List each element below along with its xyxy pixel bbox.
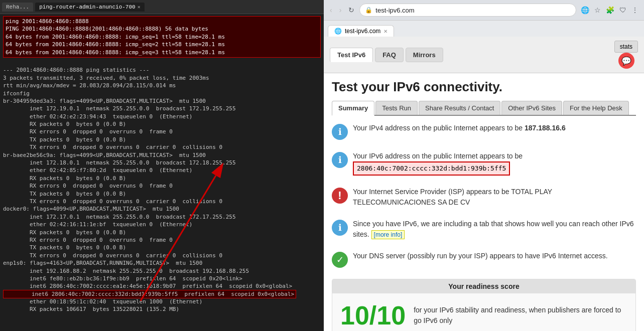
- terminal-tab-1[interactable]: Reha...: [2, 3, 33, 12]
- bookmark-icon[interactable]: ☆: [593, 5, 602, 16]
- result-isp: ! Your Internet Service Provider (ISP) a…: [332, 187, 636, 212]
- nav-mirrors[interactable]: Mirrors: [406, 48, 443, 62]
- tab-share-results[interactable]: Share Results / Contact: [419, 101, 500, 115]
- chat-icon[interactable]: 💬: [618, 53, 634, 69]
- browser-tab-label: test-ipv6.com: [345, 28, 380, 35]
- terminal-content[interactable]: ping 2001:4860:4860::8888 PING 2001:4860…: [0, 14, 324, 331]
- score-value: 10/10: [340, 300, 406, 330]
- content-tabs: Summary Tests Run Share Results / Contac…: [332, 101, 636, 116]
- page-title: Test your IPv6 connectivity.: [332, 79, 636, 95]
- tab-tests-run[interactable]: Tests Run: [375, 101, 418, 115]
- lock-icon: 🔒: [365, 7, 372, 14]
- address-bar[interactable]: 🔒 test-ipv6.com: [359, 4, 576, 17]
- success-icon: ✓: [332, 252, 348, 268]
- extensions-icon[interactable]: 🧩: [604, 5, 616, 16]
- result-ipv4: ℹ Your IPv4 address on the public Intern…: [332, 123, 636, 144]
- inet6-highlighted-line: inet6 2806:40c:7002:cccc:332d:bdd1:939b:…: [3, 290, 296, 298]
- shield-icon[interactable]: 🛡: [618, 5, 628, 16]
- forward-button[interactable]: ›: [337, 5, 344, 15]
- readiness-section: Your readiness score 10/10 for your IPv6…: [332, 279, 636, 332]
- browser-panel: ‹ › ↻ 🔒 test-ipv6.com 🌐 ☆ 🧩 🛡 ⋮ 🌐 test-i…: [324, 0, 644, 331]
- refresh-button[interactable]: ↻: [346, 5, 356, 15]
- readiness-header: Your readiness score: [332, 279, 635, 293]
- close-icon[interactable]: ✕: [138, 4, 141, 10]
- info-icon-1: ℹ: [332, 124, 348, 140]
- menu-icon[interactable]: ⋮: [630, 5, 640, 16]
- result-ipv6: ℹ Your IPv6 address on the public Intern…: [332, 151, 636, 180]
- terminal-ping-line: ping 2001:4860:4860::8888 PING 2001:4860…: [3, 16, 321, 58]
- more-info-link[interactable]: [more info]: [371, 230, 405, 239]
- stats-button[interactable]: stats: [614, 41, 638, 53]
- tab-close-icon[interactable]: ✕: [383, 29, 388, 34]
- page-main: Test your IPv6 connectivity. Summary Tes…: [324, 73, 644, 331]
- site-nav: Test IPv6 FAQ Mirrors stats 💬: [324, 37, 644, 73]
- browser-toolbar-icons: 🌐 ☆ 🧩 🛡 ⋮: [579, 5, 640, 16]
- ipv6-address-highlight: 2806:40c:7002:cccc:332d:bdd1:939b:5ff5: [353, 161, 510, 176]
- info-icon-2: ℹ: [332, 152, 348, 168]
- result-dns: ✓ Your DNS server (possibly run by your …: [332, 251, 636, 272]
- terminal-tab-1-label: Reha...: [6, 4, 29, 10]
- tab-help-desk[interactable]: For the Help Desk: [563, 101, 629, 115]
- terminal-tabs: Reha... ping-router-admin-anuncio-700 ✕: [0, 0, 324, 14]
- browser-tabs-bar: 🌐 test-ipv6.com ✕: [324, 21, 644, 37]
- terminal-tab-2-label: ping-router-admin-anuncio-700: [39, 4, 135, 10]
- result-ipv4-text: Your IPv4 address on the public Internet…: [353, 123, 566, 133]
- terminal-tab-2[interactable]: ping-router-admin-anuncio-700 ✕: [35, 3, 144, 12]
- back-button[interactable]: ‹: [328, 5, 334, 15]
- browser-nav: ‹ › ↻ 🔒 test-ipv6.com 🌐 ☆ 🧩 🛡 ⋮: [328, 2, 640, 18]
- readiness-body: 10/10 for your IPv6 stability and readin…: [332, 293, 635, 332]
- translate-icon[interactable]: 🌐: [579, 5, 591, 16]
- result-isp-text: Your Internet Service Provider (ISP) app…: [353, 187, 636, 208]
- nav-faq[interactable]: FAQ: [375, 48, 404, 62]
- favicon-icon: 🌐: [334, 28, 342, 35]
- nav-test-ipv6[interactable]: Test IPv6: [330, 48, 373, 62]
- url-text: test-ipv6.com: [375, 7, 414, 14]
- result-ipv6-tab: ℹ Since you have IPv6, we are including …: [332, 219, 636, 244]
- site-nav-right: stats 💬: [614, 41, 638, 69]
- terminal-panel: Reha... ping-router-admin-anuncio-700 ✕ …: [0, 0, 324, 331]
- info-icon-3: ℹ: [332, 220, 348, 236]
- score-desc: for your IPv6 stability and readiness, w…: [414, 305, 627, 326]
- result-ipv6-text: Your IPv6 address on the public Internet…: [353, 151, 523, 176]
- page-content[interactable]: Test IPv6 FAQ Mirrors stats 💬 Test your …: [324, 37, 644, 331]
- tab-summary[interactable]: Summary: [332, 101, 374, 116]
- browser-chrome: ‹ › ↻ 🔒 test-ipv6.com 🌐 ☆ 🧩 🛡 ⋮: [324, 0, 644, 21]
- tab-other-ipv6[interactable]: Other IPv6 Sites: [501, 101, 562, 115]
- warning-icon: !: [332, 188, 348, 204]
- browser-tab-active[interactable]: 🌐 test-ipv6.com ✕: [328, 25, 394, 37]
- result-ipv6-tab-text: Since you have IPv6, we are including a …: [353, 219, 636, 240]
- result-dns-text: Your DNS server (possibly run by your IS…: [353, 251, 608, 261]
